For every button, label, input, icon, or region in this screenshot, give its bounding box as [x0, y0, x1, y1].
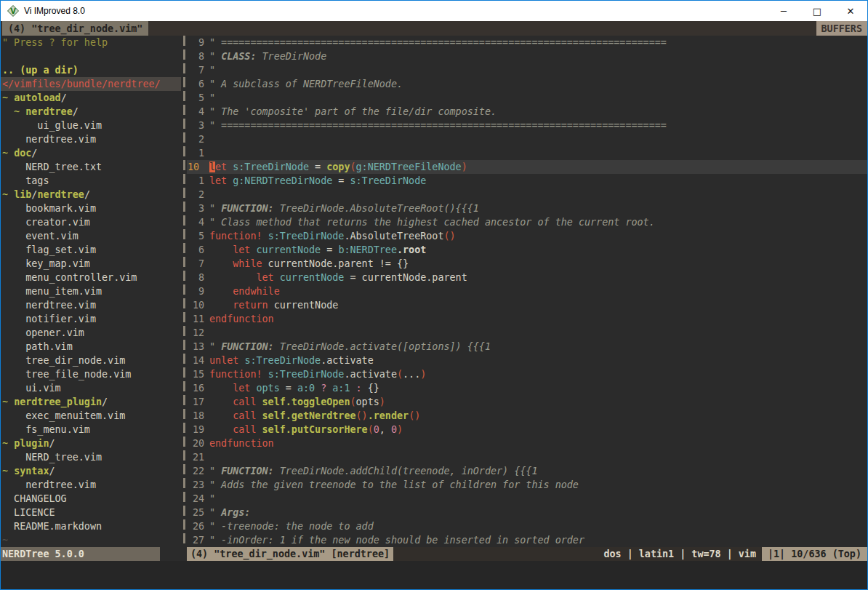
tree-row[interactable]: LICENCE	[1, 506, 181, 519]
code-line[interactable]: 4" Class method that returns the highest…	[187, 215, 867, 229]
tree-row[interactable]: ~ autoload/	[1, 91, 181, 105]
tree-row[interactable]: ui_glue.vim	[1, 119, 181, 132]
code-line[interactable]: 9 endwhile	[187, 284, 867, 298]
window-controls: ─ □ ✕	[767, 1, 867, 21]
code-line[interactable]: 8" CLASS: TreeDirNode	[187, 49, 867, 63]
tree-row[interactable]: tags	[1, 174, 181, 188]
code-line[interactable]: 5"	[187, 91, 867, 105]
tree-row[interactable]: event.vim	[1, 229, 181, 243]
code-line[interactable]: 13" FUNCTION: TreeDirNode.activate([opti…	[187, 340, 867, 354]
code-line[interactable]: 3" =====================================…	[187, 119, 867, 132]
tree-row[interactable]: fs_menu.vim	[1, 423, 181, 436]
code-line[interactable]: 9" =====================================…	[187, 36, 867, 49]
code-line[interactable]: 4" The 'composite' part of the file/dir …	[187, 105, 867, 119]
code-line[interactable]: 18 call self.getNerdtree().render()	[187, 409, 867, 423]
buffers-label[interactable]: BUFFERS	[816, 21, 867, 36]
tree-row[interactable]: .. (up a dir)	[1, 63, 181, 77]
code-text: return currentNode	[209, 298, 867, 312]
title-bar[interactable]: V Vi IMproved 8.0 ─ □ ✕	[1, 1, 867, 21]
tree-row[interactable]: notifier.vim	[1, 312, 181, 326]
tree-row[interactable]: NERD_tree.txt	[1, 160, 181, 174]
line-number: 21	[187, 450, 209, 464]
code-line[interactable]: 10 return currentNode	[187, 298, 867, 312]
tree-row[interactable]: README.markdown	[1, 519, 181, 533]
code-line[interactable]: 24"	[187, 492, 867, 506]
code-line[interactable]: 16 let opts = a:0 ? a:1 : {}	[187, 381, 867, 395]
code-line[interactable]: 14unlet s:TreeDirNode.activate	[187, 354, 867, 367]
tree-row[interactable]: CHANGELOG	[1, 492, 181, 506]
tree-row[interactable]: ~ lib/nerdtree/	[1, 188, 181, 202]
tree-row[interactable]: tree_file_node.vim	[1, 367, 181, 381]
line-number: 16	[187, 381, 209, 395]
code-line[interactable]: 7"	[187, 63, 867, 77]
code-line[interactable]: 22" FUNCTION: TreeDirNode.addChild(treen…	[187, 464, 867, 478]
tree-row[interactable]: flag_set.vim	[1, 243, 181, 257]
ruler-position: |1| 10/636 (Top)	[762, 547, 867, 561]
code-line[interactable]: 8 let currentNode = currentNode.parent	[187, 271, 867, 284]
tree-row[interactable]	[1, 49, 181, 63]
code-line[interactable]: 5function! s:TreeDirNode.AbsoluteTreeRoo…	[187, 229, 867, 243]
editor-panel: 9" =====================================…	[187, 36, 867, 547]
line-number: 9	[187, 284, 209, 298]
tree-row[interactable]: menu_item.vim	[1, 284, 181, 298]
nerdtree-panel: " Press ? for help.. (up a dir)</vimfile…	[1, 36, 181, 547]
tree-row[interactable]: path.vim	[1, 340, 181, 354]
code-line[interactable]: 23" Adds the given treenode to the list …	[187, 478, 867, 492]
tree-row[interactable]: exec_menuitem.vim	[1, 409, 181, 423]
tree-row[interactable]: nerdtree.vim	[1, 132, 181, 146]
tree-row[interactable]: nerdtree.vim	[1, 478, 181, 492]
tree-row[interactable]: creator.vim	[1, 215, 181, 229]
tree-row[interactable]: ~	[1, 533, 181, 547]
window-vertical-separator[interactable]	[181, 36, 187, 547]
code-text: " FUNCTION: TreeDirNode.activate([option…	[209, 340, 867, 354]
maximize-button[interactable]: □	[800, 1, 834, 21]
code-line[interactable]: 27" -inOrder: 1 if the new node should b…	[187, 533, 867, 547]
code-line[interactable]: 20endfunction	[187, 436, 867, 450]
tree-row[interactable]: opener.vim	[1, 326, 181, 340]
code-line[interactable]: 12	[187, 326, 867, 340]
tree-row[interactable]: ~ plugin/	[1, 436, 181, 450]
code-line-current[interactable]: 10let s:TreeDirNode = copy(g:NERDTreeFil…	[187, 160, 867, 174]
code-text: endfunction	[209, 436, 867, 450]
tree-row[interactable]: key_map.vim	[1, 257, 181, 271]
line-number: 9	[187, 36, 209, 49]
code-line[interactable]: 1let g:NERDTreeDirNode = s:TreeDirNode	[187, 174, 867, 188]
tree-row[interactable]: ~ nerdtree_plugin/	[1, 395, 181, 409]
code-line[interactable]: 1	[187, 146, 867, 160]
code-line[interactable]: 25" Args:	[187, 506, 867, 519]
command-line[interactable]	[1, 561, 867, 589]
code-line[interactable]: 3" FUNCTION: TreeDirNode.AbsoluteTreeRoo…	[187, 202, 867, 215]
tree-row[interactable]: </vimfiles/bundle/nerdtree/	[1, 77, 181, 91]
line-number: 13	[187, 340, 209, 354]
minimize-button[interactable]: ─	[767, 1, 800, 21]
line-number: 17	[187, 395, 209, 409]
code-line[interactable]: 15function! s:TreeDirNode.activate(...)	[187, 367, 867, 381]
code-line[interactable]: 2	[187, 188, 867, 202]
tree-row[interactable]: ui.vim	[1, 381, 181, 395]
tree-row[interactable]: nerdtree.vim	[1, 298, 181, 312]
code-line[interactable]: 6 let currentNode = b:NERDTree.root	[187, 243, 867, 257]
tab-line: (4) "tree_dir_node.vim" BUFFERS	[1, 21, 867, 36]
tree-row[interactable]: menu_controller.vim	[1, 271, 181, 284]
tree-row[interactable]: ~ nerdtree/	[1, 105, 181, 119]
code-line[interactable]: 7 while currentNode.parent != {}	[187, 257, 867, 271]
tree-row[interactable]: " Press ? for help	[1, 36, 181, 49]
close-button[interactable]: ✕	[834, 1, 867, 21]
code-line[interactable]: 11endfunction	[187, 312, 867, 326]
tree-row[interactable]: ~ syntax/	[1, 464, 181, 478]
code-line[interactable]: 17 call self.toggleOpen(opts)	[187, 395, 867, 409]
line-number: 2	[187, 132, 209, 146]
code-line[interactable]: 26" -treenode: the node to add	[187, 519, 867, 533]
code-text: while currentNode.parent != {}	[209, 257, 867, 271]
tree-row[interactable]: tree_dir_node.vim	[1, 354, 181, 367]
code-line[interactable]: 2	[187, 132, 867, 146]
tree-row[interactable]: ~ doc/	[1, 146, 181, 160]
tree-row[interactable]: NERD_tree.vim	[1, 450, 181, 464]
code-line[interactable]: 21	[187, 450, 867, 464]
tree-row[interactable]: bookmark.vim	[1, 202, 181, 215]
tab-tree-dir-node[interactable]: (4) "tree_dir_node.vim"	[2, 21, 148, 36]
line-number: 8	[187, 271, 209, 284]
code-line[interactable]: 6" A subclass of NERDTreeFileNode.	[187, 77, 867, 91]
code-text	[209, 450, 867, 464]
code-line[interactable]: 19 call self.putCursorHere(0, 0)	[187, 423, 867, 436]
